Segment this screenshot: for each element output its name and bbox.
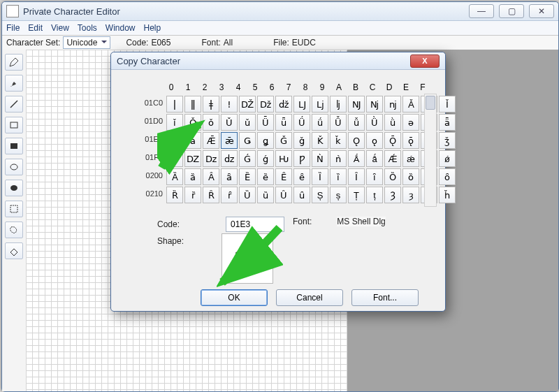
- character-cell[interactable]: Ǡ: [166, 132, 183, 149]
- menu-edit[interactable]: Edit: [28, 23, 43, 33]
- character-cell[interactable]: Ǵ: [239, 150, 256, 167]
- character-cell[interactable]: Ȍ: [384, 168, 401, 185]
- character-cell[interactable]: ǀ: [166, 96, 183, 112]
- character-cell[interactable]: Ǖ: [257, 114, 274, 131]
- character-cell[interactable]: ǧ: [293, 132, 310, 149]
- character-cell[interactable]: ǝ: [402, 114, 419, 131]
- character-cell[interactable]: Ƿ: [293, 150, 310, 167]
- grid-scrollbar[interactable]: [424, 94, 437, 207]
- menu-view[interactable]: View: [51, 23, 69, 33]
- character-cell[interactable]: ȏ: [439, 168, 456, 185]
- character-cell[interactable]: ț: [366, 187, 383, 203]
- character-cell[interactable]: Ƕ: [275, 150, 292, 167]
- character-cell[interactable]: ǹ: [330, 150, 347, 167]
- character-cell[interactable]: ǈ: [312, 96, 328, 112]
- character-cell[interactable]: Ț: [348, 187, 365, 203]
- character-cell[interactable]: ǟ: [439, 114, 456, 131]
- charset-combo[interactable]: Unicode: [63, 36, 110, 49]
- character-cell[interactable]: Ǜ: [366, 114, 383, 131]
- character-cell[interactable]: Ǩ: [312, 132, 328, 149]
- character-cell[interactable]: ǘ: [312, 114, 328, 131]
- menu-file[interactable]: File: [6, 23, 20, 33]
- eraser-tool[interactable]: [5, 242, 23, 259]
- filled-ellipse-tool[interactable]: [5, 180, 23, 196]
- character-cell[interactable]: Ǚ: [330, 114, 347, 131]
- character-cell[interactable]: Ǥ: [239, 132, 256, 149]
- character-cell[interactable]: ǯ: [439, 132, 456, 149]
- character-cell[interactable]: ȁ: [184, 168, 201, 185]
- character-cell[interactable]: ǳ: [221, 150, 238, 167]
- minimize-button[interactable]: —: [469, 4, 494, 18]
- character-cell[interactable]: Ȝ: [384, 187, 401, 203]
- character-cell[interactable]: ȃ: [221, 168, 238, 185]
- character-cell[interactable]: ǆ: [275, 96, 292, 112]
- character-cell[interactable]: Ȋ: [348, 168, 365, 185]
- rect-tool[interactable]: [5, 117, 23, 133]
- character-cell[interactable]: ȑ: [184, 187, 201, 203]
- character-cell[interactable]: ȉ: [330, 168, 347, 185]
- character-cell[interactable]: Ǆ: [239, 96, 256, 112]
- dialog-titlebar[interactable]: Copy Character X: [111, 52, 445, 70]
- character-cell[interactable]: ǋ: [366, 96, 383, 112]
- character-cell[interactable]: ȅ: [257, 168, 274, 185]
- character-cell[interactable]: ș: [330, 187, 347, 203]
- ok-button[interactable]: OK: [201, 289, 268, 306]
- filled-rect-tool[interactable]: [5, 138, 23, 154]
- character-cell[interactable]: ǐ: [166, 114, 183, 131]
- character-cell[interactable]: Ǣ: [203, 132, 219, 149]
- cancel-button[interactable]: Cancel: [276, 289, 343, 306]
- character-cell[interactable]: ǒ: [203, 114, 219, 131]
- character-cell[interactable]: Ǘ: [293, 114, 310, 131]
- code-input[interactable]: 01E3: [226, 217, 284, 232]
- line-tool[interactable]: [5, 96, 23, 112]
- character-cell[interactable]: Ǳ: [184, 150, 201, 167]
- character-cell[interactable]: Ǔ: [221, 114, 238, 131]
- character-cell[interactable]: Ǧ: [275, 132, 292, 149]
- character-cell[interactable]: ǔ: [239, 114, 256, 131]
- character-cell[interactable]: Ǫ: [348, 132, 365, 149]
- character-cell[interactable]: Ǌ: [348, 96, 365, 112]
- font-button[interactable]: Font...: [351, 289, 419, 306]
- character-cell[interactable]: ǿ: [439, 150, 456, 167]
- character-cell[interactable]: ȗ: [293, 187, 310, 203]
- character-cell[interactable]: ǌ: [384, 96, 401, 112]
- character-cell[interactable]: Ȅ: [239, 168, 256, 185]
- character-cell[interactable]: ǩ: [330, 132, 347, 149]
- character-cell[interactable]: Ȑ: [166, 187, 183, 203]
- character-cell[interactable]: ǣ: [221, 132, 238, 149]
- character-cell[interactable]: ǂ: [203, 96, 219, 112]
- close-button[interactable]: ✕: [529, 4, 554, 18]
- character-cell[interactable]: ǉ: [330, 96, 347, 112]
- character-cell[interactable]: ǜ: [384, 114, 401, 131]
- character-cell[interactable]: ǽ: [402, 150, 419, 167]
- maximize-button[interactable]: ▢: [499, 4, 524, 18]
- character-cell[interactable]: ȓ: [221, 187, 238, 203]
- character-cell[interactable]: ȍ: [402, 168, 419, 185]
- character-cell[interactable]: Ȃ: [203, 168, 219, 185]
- character-cell[interactable]: Ǎ: [402, 96, 419, 112]
- ellipse-tool[interactable]: [5, 159, 23, 175]
- titlebar[interactable]: Private Character Editor — ▢ ✕: [2, 2, 558, 21]
- character-cell[interactable]: ǥ: [257, 132, 274, 149]
- character-cell[interactable]: Ǐ: [439, 96, 456, 112]
- character-cell[interactable]: ȋ: [366, 168, 383, 185]
- character-cell[interactable]: ǁ: [184, 96, 201, 112]
- character-cell[interactable]: ǡ: [184, 132, 201, 149]
- character-cell[interactable]: ǰ: [166, 150, 183, 167]
- freeform-select-tool[interactable]: [5, 222, 23, 238]
- character-cell[interactable]: Ȕ: [239, 187, 256, 203]
- character-cell[interactable]: Ȓ: [203, 187, 219, 203]
- menu-tools[interactable]: Tools: [78, 23, 97, 33]
- character-cell[interactable]: Ǉ: [293, 96, 310, 112]
- character-cell[interactable]: Ǹ: [312, 150, 328, 167]
- character-cell[interactable]: Ȉ: [312, 168, 328, 185]
- character-cell[interactable]: ǅ: [257, 96, 274, 112]
- character-cell[interactable]: ǭ: [402, 132, 419, 149]
- character-cell[interactable]: Ǒ: [184, 114, 201, 131]
- character-cell[interactable]: Ȗ: [275, 187, 292, 203]
- character-cell[interactable]: ǫ: [366, 132, 383, 149]
- character-cell[interactable]: ȇ: [293, 168, 310, 185]
- character-cell[interactable]: ȕ: [257, 187, 274, 203]
- scrollbar-thumb[interactable]: [426, 96, 435, 110]
- character-cell[interactable]: ȝ: [402, 187, 419, 203]
